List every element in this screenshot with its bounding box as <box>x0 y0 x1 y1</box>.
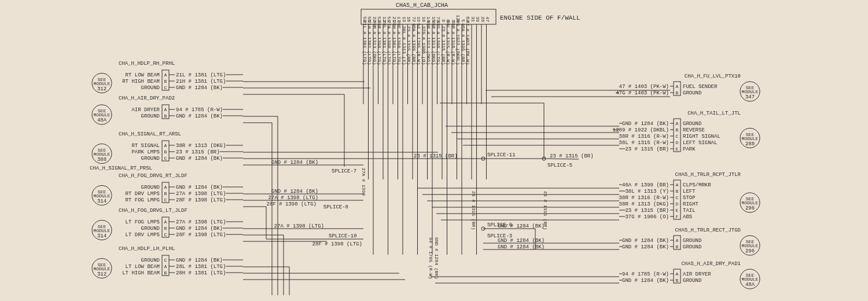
pin-letter: E <box>676 146 679 152</box>
pin-label: GROUND <box>141 185 160 190</box>
pin-letter: A <box>676 84 679 89</box>
pin-letter: B <box>164 113 167 119</box>
module-label: MODULE <box>94 266 111 271</box>
wire-id: GND # 1284 (BK) <box>622 238 669 244</box>
pin-letter: A <box>164 107 167 112</box>
module-number: 388 <box>97 157 106 163</box>
pin-label: GROUND <box>141 258 160 263</box>
right-connectors: CHA_H_FU_LVL_PTX10SEEMODULE347AFUEL SEND… <box>613 74 760 289</box>
module-label: MODULE <box>742 200 759 205</box>
pin-letter: C <box>164 156 167 161</box>
pin-label: LEFT SIGNAL <box>683 140 717 146</box>
splice-7: SPLICE-7 <box>332 168 356 174</box>
pin-label: RT FOG LMPG <box>126 197 160 203</box>
pin-label: CLPS/MRKR <box>683 182 711 188</box>
pin-label: GROUND <box>683 121 701 127</box>
module-number: 314 <box>97 233 106 239</box>
pin-label: RT LOW BEAM <box>126 72 160 78</box>
wire-label: 27A # 1398 (LTG) <box>274 223 324 229</box>
pin-letter: B <box>164 191 167 196</box>
wire-id: 23 # 1315 (BR) <box>625 146 669 152</box>
pin-letter: F <box>676 214 679 219</box>
pin-label: LT DRV LMPS <box>126 232 160 238</box>
wire-id: 47G # 1403 (PK-W) <box>616 90 669 96</box>
wire-id: 94 # 1785 (R-W) <box>622 271 669 277</box>
wire-label-vert: 27A # 1398 <box>361 168 366 196</box>
pin-label: GROUND <box>141 113 160 119</box>
pin-letter: C <box>164 85 167 90</box>
pin-letter: B <box>676 90 679 96</box>
wire-id: GND # 1284 (BK) <box>622 278 669 284</box>
splice-8: SPLICE-8 <box>323 204 348 210</box>
module-label: MODULE <box>94 228 111 233</box>
wire-id: 94 # 1785 (R-W) <box>176 107 223 113</box>
pin-label: GROUND <box>683 90 701 96</box>
pin-letter: E <box>676 208 679 213</box>
wire-id: 27A # 1398 (LTG) <box>176 191 226 197</box>
wire-id: 47 # 1403 (PK-W) <box>619 84 669 90</box>
wire-label: GND # 1284 (BK) <box>498 223 545 229</box>
wire-id: 38R # 1313 (DKG) <box>176 143 226 149</box>
pin-label: RIGHT SIGNAL <box>683 134 720 140</box>
pin-letter: A <box>164 72 167 78</box>
wire-id: 28F # 1398 (LTG) <box>176 232 226 238</box>
module-label: MODULE <box>94 193 111 199</box>
module-number: 296 <box>745 205 755 211</box>
pin-label: REVERSE <box>683 127 705 133</box>
wire-id: 38R # 1313 (DKG) <box>619 201 669 207</box>
pin-label: AIR DRYER <box>131 107 160 113</box>
wire-label-vert: 23 # 1315 (BR) <box>543 191 548 230</box>
module-number: 48A <box>97 118 107 123</box>
connector-sub: CHA_H_SIGNAL_RT_PRSL <box>90 166 152 171</box>
wire-id: GND # 1284 (BK) <box>176 156 223 161</box>
wire-id: 38L # 1315 (R-W) <box>619 140 669 146</box>
header-side-label: ENGINE SIDE OF F/WALL <box>500 14 580 21</box>
module-number: 48A <box>745 282 755 288</box>
module-label: MODULE <box>94 81 111 86</box>
pin-letter: B <box>676 278 679 283</box>
module-number: 314 <box>97 199 106 204</box>
module-label: MODULE <box>742 89 759 94</box>
pin-label: RT DRV LMPS <box>126 191 160 197</box>
connector-id: CHAS_H_TRLR_RCPT_JTLR <box>675 172 741 178</box>
wire-bundle: SPLICE-11 SPLICE-5 SPLICE-7 SPLICE-8 SPL… <box>243 28 670 295</box>
connector-id: CHA_H_FOG_DRVG_LT_JLDF <box>119 208 187 214</box>
wire-id: GND # 1284 (BK) <box>622 244 669 250</box>
wire-id: 28F # 1398 (LTG) <box>176 197 226 203</box>
wiring-diagram: CHAS_H_CAB_JCHA ENGINE SIDE OF F/WALL 58… <box>0 0 868 301</box>
wire-id: 23 # 1315 (BR) <box>625 208 669 214</box>
wire-id: 38R # 1316 (R-W) <box>619 195 669 201</box>
pin-label: LT FOG LMPS <box>126 219 160 225</box>
wire-id: 1289 # 1922 (DKBL) <box>613 127 669 133</box>
wire-id: GND # 1284 (BK) <box>176 85 223 91</box>
module-number: 312 <box>97 271 106 277</box>
wire-label: GND # 1284 (BK) <box>271 160 318 166</box>
module-number: 288 <box>745 141 755 147</box>
pin-letter: A <box>164 185 167 190</box>
pin-label: GROUND <box>141 85 160 91</box>
splice-11: SPLICE-11 <box>487 152 516 158</box>
pin-letter: A <box>676 271 679 277</box>
pin-letter: B <box>676 189 679 194</box>
pin-letter: A <box>164 219 167 225</box>
wire-label: 28F # 1398 (LTG) <box>312 241 362 247</box>
wire-id: 27A # 1398 (LTG) <box>176 219 226 225</box>
wire-id: 28L # 1381 (LTG) <box>176 264 226 270</box>
pin-letter: B <box>676 127 679 133</box>
module-number: 312 <box>97 86 106 92</box>
wire-label-vert: 23 # 1315 (BR) <box>471 191 476 230</box>
pin-letter: A <box>164 143 167 148</box>
pin-letter: A <box>676 238 679 243</box>
pin-label: AIR DRYER <box>683 271 711 277</box>
header-label: CHAS_H_CAB_JCHA <box>396 2 448 9</box>
pin-letter: B <box>164 226 167 231</box>
wire-id: GND # 1284 (BK) <box>176 226 223 232</box>
pin-letter: B <box>164 149 167 155</box>
pin-label: GROUND <box>141 226 160 232</box>
pin-label: GROUND <box>683 244 701 250</box>
pin-label: PARK LMPS <box>131 149 160 155</box>
wire-label: 28F # 1398 (LTG) <box>267 201 317 207</box>
pin-letter: B <box>676 244 679 249</box>
pin-letter: A <box>676 121 679 126</box>
module-number: 347 <box>745 94 755 100</box>
